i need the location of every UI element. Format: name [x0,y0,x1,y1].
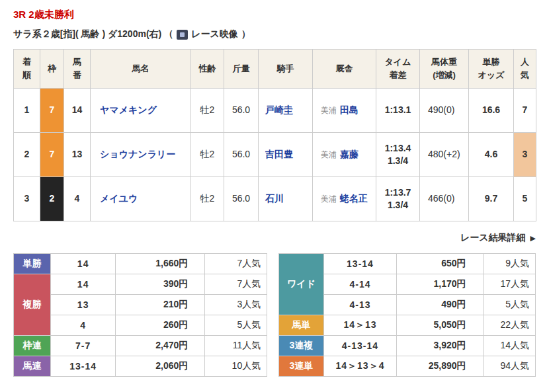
payout-popularity: 5人気 [205,315,267,336]
stable-region: 美浦 [321,106,337,115]
payout-popularity: 94人気 [483,356,535,377]
right-arrow-icon: ▶ [530,234,536,242]
race-result-detail-link[interactable]: レース結果詳細▶ [460,232,536,243]
horse-name-link[interactable]: メイユウ [100,193,138,204]
frame-number: 7 [40,89,64,133]
payout-row: 4 260円 5人気 [14,315,267,336]
race-conditions-text: サラ系２歳[指]( 馬齢 ) ダ1200m(右) （ [13,28,173,40]
win-odds: 9.7 [469,177,514,221]
col-header-win-odds: 単勝 オッズ [469,50,514,89]
finish-position: 3 [14,177,40,221]
payout-row: 3連複 4-13-14 3,920円 14人気 [279,336,536,356]
payout-table-left: 単勝 14 1,660円 7人気 複勝 14 390円 7人気 13 210円 … [13,253,267,377]
col-header-sex-age: 性齢 [191,50,224,89]
trainer-link[interactable]: 嘉藤 [340,149,359,159]
payout-amount: 1,660円 [116,254,205,274]
trainer-link[interactable]: 蛯名正 [340,193,368,204]
combination: 13 [51,295,116,315]
col-header-jockey: 騎手 [259,50,313,89]
finish-time: 1:13.1 [379,104,417,117]
result-row-1: 1 7 14 ヤマメキング 牡2 56.0 戸崎圭 美浦田島 1:13.1 49… [14,89,536,133]
jockey-link[interactable]: 石川 [265,193,284,204]
col-header-body-weight: 馬体重 (増減) [420,50,469,89]
video-icon [177,30,188,40]
payout-row: 馬単 14＞13 5,050円 22人気 [279,315,536,336]
payout-amount: 2,060円 [116,356,205,377]
jockey-link[interactable]: 戸崎圭 [265,104,293,115]
race-video-link[interactable]: レース映像 [191,28,238,40]
combination: 14 [51,254,116,274]
frame-number: 7 [40,133,64,177]
payout-amount: 390円 [116,274,205,295]
payout-popularity: 17人気 [483,274,535,295]
payout-amount: 210円 [116,295,205,315]
win-odds: 16.6 [469,89,514,133]
combination: 14＞13＞4 [323,356,396,377]
col-header-weight-carried: 斤量 [224,50,259,89]
combination: 13-14 [51,356,116,377]
payout-amount: 490円 [397,295,483,315]
horse-number: 14 [64,89,91,133]
payout-amount: 25,890円 [397,356,483,377]
finish-margin: 1.3/4 [379,199,417,212]
bet-type-win: 単勝 [14,254,51,274]
col-header-stable: 厩舎 [313,50,376,89]
payout-popularity: 14人気 [483,336,535,356]
combination: 14 [51,274,116,295]
bet-type-exacta: 馬単 [279,315,324,336]
finish-time: 1:13.4 [379,142,417,155]
stable-region: 美浦 [321,150,337,159]
sex-age: 牡2 [191,177,224,221]
trainer-link[interactable]: 田島 [340,104,359,115]
weight-carried: 56.0 [224,133,259,177]
payout-section: 単勝 14 1,660円 7人気 複勝 14 390円 7人気 13 210円 … [13,253,536,377]
finish-position: 1 [14,89,40,133]
win-odds: 4.6 [469,133,514,177]
combination: 4-14 [323,274,396,295]
payout-row: ワイド 13-14 650円 9人気 [279,254,536,274]
horse-number: 13 [64,133,91,177]
horse-number: 4 [64,177,91,221]
popularity: 7 [514,89,536,133]
payout-amount: 650円 [397,254,483,274]
sex-age: 牡2 [191,89,224,133]
stable-region: 美浦 [321,194,337,204]
bet-type-bracket-quinella: 枠連 [14,336,51,356]
col-header-horse-name: 馬名 [91,50,191,89]
col-header-position: 着 順 [14,50,40,89]
col-header-popularity: 人 気 [514,50,536,89]
combination: 4 [51,315,116,336]
payout-amount: 1,170円 [397,274,483,295]
jockey-link[interactable]: 吉田豊 [265,149,293,159]
combination: 4-13-14 [323,336,396,356]
race-result-page: 3R 2歳未勝利 サラ系２歳[指]( 馬齢 ) ダ1200m(右) （ レース映… [0,0,549,377]
finish-time: 1:13.7 [379,186,417,200]
payout-amount: 260円 [116,315,205,336]
payout-popularity: 7人気 [205,274,267,295]
col-header-frame: 枠 [40,50,64,89]
detail-link-row: レース結果詳細▶ [13,232,536,244]
body-weight: 490(0) [420,89,469,133]
bet-type-trio: 3連複 [279,336,324,356]
payout-popularity: 9人気 [483,254,535,274]
payout-popularity: 10人気 [205,356,267,377]
result-row-3: 3 2 4 メイユウ 牡2 56.0 石川 美浦蛯名正 1:13.7 1.3/4… [14,177,536,221]
horse-name-link[interactable]: ヤマメキング [100,104,157,115]
horse-name-link[interactable]: ショウナンラリー [100,149,175,159]
col-header-time-margin: タイム 着差 [376,50,420,89]
combination: 13-14 [323,254,396,274]
payout-row: 馬連 13-14 2,060円 10人気 [14,356,267,377]
payout-row: 3連単 14＞13＞4 25,890円 94人気 [279,356,536,377]
bet-type-trifecta: 3連単 [279,356,324,377]
finish-margin: 1.3/4 [379,155,417,168]
weight-carried: 56.0 [224,177,259,221]
payout-popularity: 3人気 [205,295,267,315]
payout-popularity: 5人気 [483,295,535,315]
payout-popularity: 11人気 [205,336,267,356]
col-header-horse-number: 馬 番 [64,50,91,89]
bet-type-wide: ワイド [279,254,324,315]
combination: 7-7 [51,336,116,356]
race-conditions: サラ系２歳[指]( 馬齢 ) ダ1200m(右) （ レース映像 ） [13,28,536,40]
payout-amount: 5,050円 [397,315,483,336]
payout-table-right: ワイド 13-14 650円 9人気 4-14 1,170円 17人気 4-13… [278,253,536,377]
